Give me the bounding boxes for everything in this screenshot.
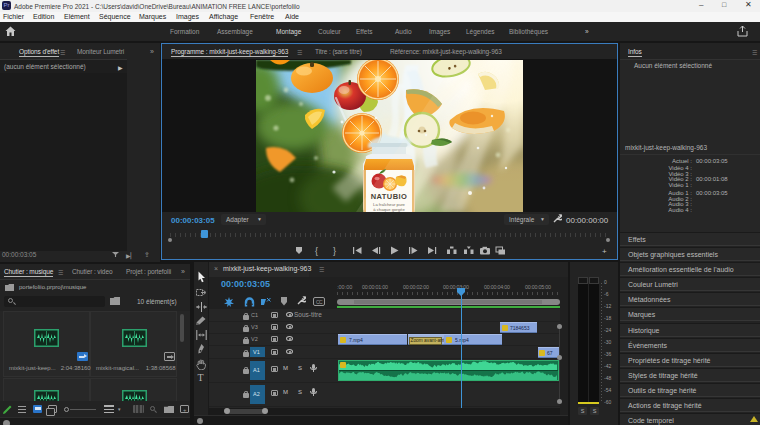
svg-text:{: { — [315, 246, 318, 256]
svg-text:}: } — [333, 246, 336, 256]
